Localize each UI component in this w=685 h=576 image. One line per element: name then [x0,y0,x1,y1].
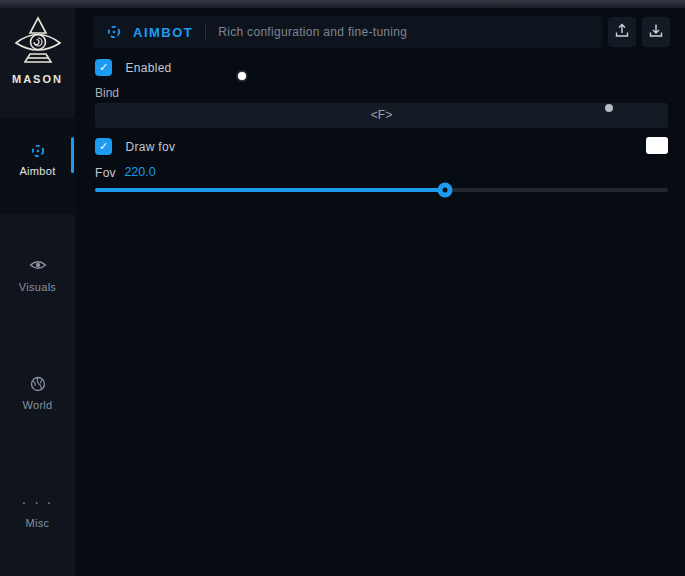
sidebar-item-misc[interactable]: · · · Misc [0,494,75,529]
app-logo: MASON [0,14,75,85]
enabled-row: ✓ Enabled [95,58,172,76]
sidebar-item-world[interactable]: World [0,376,75,411]
fov-label-row: Fov 220.0 [95,165,156,180]
page-subtitle: Rich configuration and fine-tuning [218,25,407,39]
sidebar-item-label: Aimbot [0,165,75,177]
sidebar: MASON Aimbot Visuals World [0,0,75,576]
draw-fov-checkbox[interactable]: ✓ [95,138,112,155]
bind-keybind-input[interactable]: <F> [95,103,668,128]
page-title: AIMBOT [133,25,193,40]
main-panel: AIMBOT Rich configuration and fine-tunin… [75,0,685,576]
fov-value: 220.0 [124,165,155,179]
crosshair-icon [105,23,123,41]
sidebar-item-visuals[interactable]: Visuals [0,258,75,293]
fov-slider-fill [95,188,445,192]
enabled-checkbox[interactable]: ✓ [95,59,112,76]
upload-icon [615,23,629,42]
globe-icon [0,376,75,394]
mason-eye-pyramid-icon [0,14,75,70]
enabled-label: Enabled [125,61,171,75]
bind-label: Bind [95,86,119,100]
crosshair-icon [0,142,75,160]
download-icon [649,23,663,42]
fov-label: Fov [95,166,116,180]
fov-slider[interactable] [95,188,668,192]
download-config-button[interactable] [642,17,670,47]
header-divider [205,24,206,40]
sidebar-item-label: Misc [0,517,75,529]
draw-fov-color-swatch[interactable] [646,137,668,154]
window-top-strip [0,0,685,8]
eye-icon [0,258,75,276]
draw-fov-label: Draw fov [125,140,175,154]
cursor-dot-secondary [605,104,613,112]
tab-header-bar: AIMBOT Rich configuration and fine-tunin… [93,16,602,48]
logo-text: MASON [0,73,75,85]
fov-slider-handle[interactable] [437,183,452,198]
draw-fov-row: ✓ Draw fov [95,137,668,155]
sidebar-item-label: World [0,399,75,411]
active-tab-indicator [71,137,74,173]
sidebar-item-aimbot[interactable]: Aimbot [0,118,75,215]
ellipsis-icon: · · · [0,494,75,512]
header-row: AIMBOT Rich configuration and fine-tunin… [93,16,670,48]
mouse-cursor-dot [238,72,246,80]
sidebar-item-label: Visuals [0,281,75,293]
upload-config-button[interactable] [608,17,636,47]
